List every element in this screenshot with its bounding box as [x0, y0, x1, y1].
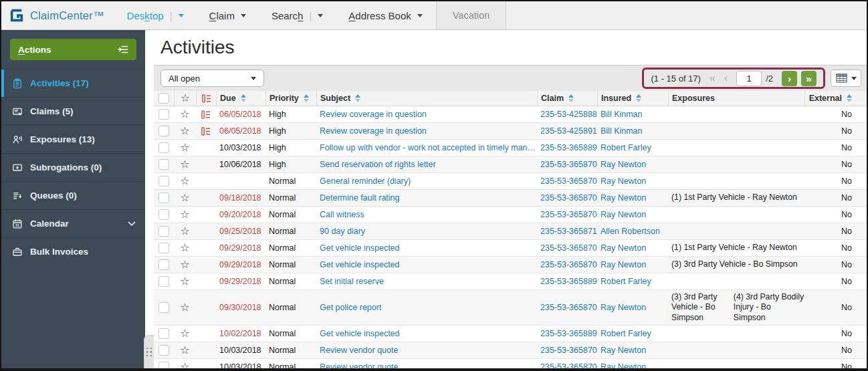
col-header-external[interactable]: External [804, 91, 867, 106]
sidebar-item-queues[interactable]: Queues (0) [1, 181, 145, 209]
subject-link[interactable]: Review coverage in question [320, 126, 427, 136]
row-checkbox[interactable] [158, 328, 169, 339]
row-checkbox[interactable] [158, 276, 169, 287]
row-checkbox[interactable] [158, 209, 169, 220]
row-checkbox[interactable] [158, 259, 169, 270]
row-checkbox[interactable] [158, 159, 169, 170]
first-page-button[interactable]: « [710, 73, 716, 84]
claim-link[interactable]: 235-53-365871 [540, 227, 597, 236]
claim-link[interactable]: 235-53-365870 [540, 210, 597, 219]
sidebar-item-exposures[interactable]: Exposures (13) [1, 125, 145, 153]
subject-link[interactable]: Review coverage in question [320, 110, 427, 119]
previous-page-button[interactable]: ‹ [724, 73, 728, 84]
subject-link[interactable]: Get vehicle inspected [320, 329, 400, 338]
claim-link[interactable]: 235-53-365870 [540, 303, 597, 312]
row-checkbox[interactable] [158, 243, 169, 253]
star-toggle-icon[interactable]: ☆ [180, 142, 189, 153]
subject-link[interactable]: Set initial reserve [320, 277, 384, 286]
claim-link[interactable]: 235-53-365889 [540, 277, 597, 286]
claim-link[interactable]: 235-53-365889 [540, 329, 597, 338]
insured-link[interactable]: Robert Farley [601, 143, 651, 152]
sidebar-item-claims[interactable]: Claims (5) [1, 97, 145, 125]
sidebar-resize-handle[interactable] [144, 335, 154, 368]
tab-vacation[interactable]: Vacation [436, 1, 506, 29]
claim-link[interactable]: 235-53-365870 [540, 193, 597, 203]
insured-link[interactable]: Bill Kinman [601, 110, 643, 119]
menu-desktop[interactable]: Desktop| [127, 1, 184, 29]
insured-link[interactable]: Ray Newton [601, 210, 646, 219]
col-header-priority[interactable]: Priority [265, 91, 316, 106]
last-page-button[interactable]: » [801, 71, 817, 86]
subject-link[interactable]: 90 day diary [320, 227, 365, 236]
insured-link[interactable]: Ray Newton [601, 243, 646, 253]
row-checkbox[interactable] [158, 142, 169, 153]
subject-link[interactable]: Call witness [320, 210, 364, 219]
col-header-insured[interactable]: Insured [597, 91, 668, 106]
sidebar-item-activities[interactable]: Activities (17) [1, 69, 145, 97]
col-header-due[interactable]: Due [216, 91, 265, 106]
insured-link[interactable]: Robert Farley [601, 277, 651, 286]
activity-filter-select[interactable]: All open [160, 70, 264, 87]
menu-search[interactable]: Search| [272, 1, 323, 29]
claim-link[interactable]: 235-53-365870 [540, 160, 597, 169]
actions-button[interactable]: Actions [10, 39, 136, 60]
col-header-subject[interactable]: Subject [316, 91, 537, 106]
subject-link[interactable]: General reminder (diary) [320, 176, 411, 186]
select-all-checkbox[interactable] [158, 93, 169, 104]
insured-link[interactable]: Ray Newton [601, 346, 646, 355]
subject-link[interactable]: Get vehicle inspected [320, 243, 400, 253]
insured-link[interactable]: Allen Robertson [601, 227, 660, 236]
star-toggle-icon[interactable]: ☆ [180, 159, 189, 170]
sidebar-item-subrogations[interactable]: Subrogations (0) [1, 153, 145, 181]
insured-link[interactable]: Ray Newton [601, 303, 646, 312]
row-checkbox[interactable] [158, 302, 169, 313]
claim-link[interactable]: 235-53-425891 [540, 126, 597, 136]
row-checkbox[interactable] [158, 226, 169, 237]
subject-link[interactable]: Send reservation of rights letter [320, 160, 436, 169]
subject-link[interactable]: Determine fault rating [320, 193, 400, 203]
row-checkbox[interactable] [158, 109, 169, 120]
star-toggle-icon[interactable]: ☆ [180, 243, 189, 253]
subject-link[interactable]: Review vendor quote [320, 362, 398, 368]
subject-link[interactable]: Get police report [320, 303, 381, 312]
row-checkbox[interactable] [158, 126, 169, 136]
subject-link[interactable]: Follow up with vendor - work not accepte… [320, 143, 537, 152]
insured-link[interactable]: Robert Farley [601, 329, 651, 338]
claim-link[interactable]: 235-53-365870 [540, 260, 597, 269]
insured-link[interactable]: Ray Newton [601, 160, 646, 169]
claim-link[interactable]: 235-53-365870 [540, 243, 597, 253]
column-settings-button[interactable] [831, 70, 861, 87]
col-header-select[interactable] [154, 91, 174, 106]
menu-claim[interactable]: Claim [209, 1, 246, 29]
menu-address-book[interactable]: Address Book [348, 1, 422, 29]
subject-link[interactable]: Review vendor quote [320, 346, 398, 355]
claim-link[interactable]: 235-53-365870 [540, 362, 597, 368]
sidebar-item-bulk-invoices[interactable]: Bulk Invoices [1, 237, 145, 265]
star-toggle-icon[interactable]: ☆ [180, 302, 189, 313]
star-toggle-icon[interactable]: ☆ [180, 209, 189, 220]
row-checkbox[interactable] [158, 362, 169, 368]
star-toggle-icon[interactable]: ☆ [180, 109, 189, 120]
insured-link[interactable]: Ray Newton [601, 193, 646, 203]
star-toggle-icon[interactable]: ☆ [180, 345, 189, 356]
star-toggle-icon[interactable]: ☆ [180, 126, 189, 136]
sidebar-item-calendar[interactable]: 31Calendar [1, 209, 145, 237]
star-toggle-icon[interactable]: ☆ [180, 193, 189, 203]
insured-link[interactable]: Bill Kinman [601, 126, 643, 136]
claim-link[interactable]: 235-53-365889 [540, 143, 597, 152]
claim-link[interactable]: 235-53-365870 [540, 346, 597, 355]
row-checkbox[interactable] [158, 193, 169, 203]
claim-link[interactable]: 235-53-425888 [540, 110, 597, 119]
subject-link[interactable]: Get vehicle inspected [320, 260, 400, 269]
insured-link[interactable]: Ray Newton [601, 176, 646, 186]
star-toggle-icon[interactable]: ☆ [180, 328, 189, 339]
row-checkbox[interactable] [158, 345, 169, 356]
claim-link[interactable]: 235-53-365870 [540, 176, 597, 186]
page-number-input[interactable] [736, 71, 762, 86]
insured-link[interactable]: Ray Newton [601, 260, 646, 269]
insured-link[interactable]: Ray Newton [601, 362, 646, 368]
row-checkbox[interactable] [158, 176, 169, 187]
star-toggle-icon[interactable]: ☆ [180, 259, 189, 270]
star-toggle-icon[interactable]: ☆ [180, 176, 189, 187]
col-header-claim[interactable]: Claim [537, 91, 597, 106]
